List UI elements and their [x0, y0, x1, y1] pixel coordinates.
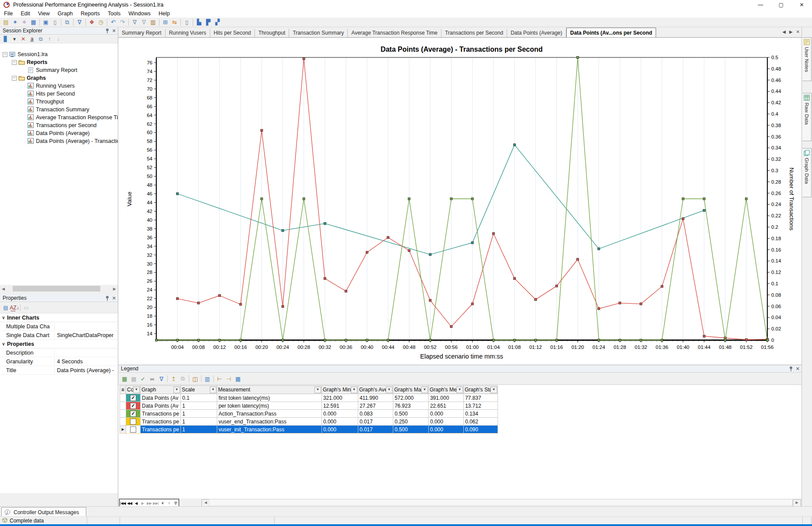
tree-item-hits-per-second[interactable]: Hits per Second [0, 90, 118, 98]
max-cell[interactable]: 0.500 [393, 426, 428, 434]
legend-column-scale[interactable]: Scale▼ [180, 386, 217, 394]
property-value[interactable]: SingleChartDataProper [55, 332, 113, 338]
min-cell[interactable]: 12.591 [321, 402, 358, 410]
page-preview-icon[interactable]: ▯ [50, 18, 60, 26]
tab-throughput[interactable]: Throughput [255, 29, 289, 37]
filter-icon[interactable]: ∇ [75, 18, 84, 26]
tab-user-notes[interactable]: User Notes [802, 37, 812, 81]
next-page-icon[interactable]: ▶▶ [146, 500, 152, 506]
copy-graph-icon[interactable]: ⧉ [63, 18, 72, 26]
property-row-multiple-data-cha[interactable]: Multiple Data Cha [0, 322, 118, 331]
pin-icon[interactable] [789, 366, 793, 371]
scroll-right-icon[interactable]: ▶ [111, 285, 118, 292]
tab-transaction-summary[interactable]: Transaction Summary [289, 29, 348, 37]
color-swatch-cell[interactable]: ✓ [126, 402, 141, 410]
std-cell[interactable]: 13.712 [463, 402, 498, 410]
tab-data-points-av-ons-per-second[interactable]: Data Points (Av...ons per Second [566, 28, 656, 37]
legend-column-graph-s-ave[interactable]: Graph's Ave▼ [358, 386, 393, 394]
last-record-icon[interactable]: ▶▶| [152, 500, 159, 506]
tab-running-vusers[interactable]: Running Vusers [166, 29, 210, 37]
row-selector-cell[interactable] [120, 394, 126, 402]
scale-cell[interactable]: 1 [180, 410, 217, 418]
cross-with-result-icon[interactable]: ⇆ [170, 18, 179, 26]
tab-hits-per-second[interactable]: Hits per Second [210, 29, 255, 37]
controller-output-messages-tab[interactable]: ! Controller Output Messages [1, 507, 86, 517]
row-selector-cell[interactable] [120, 410, 126, 418]
show-measurement-checkbox[interactable] [130, 426, 136, 433]
tree-item-average-transaction-response-ti[interactable]: Average Transaction Response Ti [0, 114, 118, 121]
menu-item-windows[interactable]: Windows [124, 10, 155, 17]
scroll-left-icon[interactable]: ◀ [0, 285, 7, 292]
session-wizard-icon[interactable]: ✧ [20, 18, 29, 26]
tree-item-session1-lra[interactable]: −Session1.lra [0, 50, 118, 58]
max-cell[interactable]: 0.250 [393, 418, 428, 426]
menu-item-view[interactable]: View [34, 10, 54, 17]
minimize-button[interactable]: — [750, 0, 771, 10]
duplicate-item-icon[interactable]: ⧉ [36, 35, 45, 43]
chevron-down-icon[interactable]: ∨ [0, 315, 7, 320]
first-record-icon[interactable]: |◀◀ [120, 500, 126, 506]
legend-column-graph-s-mec[interactable]: Graph's Mec▼ [428, 386, 463, 394]
filter-legend-icon[interactable]: ∇ [157, 375, 166, 383]
property-pages-icon[interactable]: ▭ [22, 304, 31, 311]
min-cell[interactable]: 0.000 [321, 410, 358, 418]
med-cell[interactable]: 0.000 [428, 418, 463, 426]
break-measurement-icon[interactable]: ▩ [129, 375, 138, 383]
tree-item-data-points-average-[interactable]: Data Points (Average) [0, 129, 118, 137]
graph-cell[interactable]: Transactions pe [141, 410, 181, 418]
tab-scroll-left-icon[interactable]: ◀ [782, 29, 786, 34]
graph-cell[interactable]: Transactions pe [141, 418, 181, 426]
menu-item-reports[interactable]: Reports [77, 10, 104, 17]
graph-cell[interactable]: Transactions pe [141, 426, 181, 434]
show-measurement-checkbox[interactable]: ✓ [130, 395, 136, 401]
format-chart-icon[interactable]: ❖ [87, 18, 96, 26]
legend-row[interactable]: ✓Data Points (Av1per token latency(ms)12… [120, 402, 498, 410]
delete-item-icon[interactable]: ✕ [19, 35, 28, 43]
page-setup-icon[interactable]: ▯ [182, 18, 191, 26]
avg-cell[interactable]: 0.017 [358, 418, 393, 426]
legend-column-col[interactable]: Col▼ [126, 386, 141, 394]
show-measurement-checkbox[interactable]: ✓ [130, 411, 136, 417]
tree-horizontal-scrollbar[interactable]: ◀ ▶ [0, 285, 118, 292]
legend-row[interactable]: Transactions pe1vuser_end_Transaction:Pa… [120, 418, 498, 426]
import-data-icon[interactable]: ⊞ [161, 18, 170, 26]
row-selector-cell[interactable] [120, 402, 126, 410]
color-swatch-cell[interactable]: ✓ [126, 394, 141, 402]
export-legend-icon[interactable]: ↥ [169, 375, 178, 383]
color-swatch-cell[interactable]: ✓ [126, 410, 141, 418]
prev-page-icon[interactable]: ◀◀ [126, 500, 133, 506]
std-cell[interactable]: 0.062 [463, 418, 498, 426]
pin-icon[interactable] [105, 28, 109, 33]
scale-cell[interactable]: 1 [180, 426, 217, 434]
show-measurement-icon[interactable]: ✓ [138, 375, 148, 383]
column-filter-dropdown-icon[interactable]: ▼ [210, 387, 216, 393]
auto-correlate-icon[interactable]: ▞ [213, 18, 222, 26]
maximize-button[interactable]: ▢ [771, 0, 791, 10]
avg-cell[interactable]: 27.267 [358, 402, 393, 410]
configure-scale-icon[interactable]: ⊢ [215, 375, 224, 383]
graph-cell[interactable]: Data Points (Av [141, 394, 181, 402]
prev-record-icon[interactable]: ◀ [133, 500, 139, 506]
chevron-down-icon[interactable]: ∨ [0, 341, 7, 346]
min-cell[interactable]: 0.000 [321, 426, 358, 434]
new-graph-icon[interactable]: ▙ [194, 18, 204, 26]
open-session-icon[interactable]: ▤ [1, 18, 11, 26]
legend-column-graph[interactable]: Graph▼ [141, 386, 181, 394]
tab-raw-data[interactable]: Raw Data [802, 93, 812, 141]
show-measurement-checkbox[interactable] [130, 419, 136, 425]
property-row-title[interactable]: TitleData Points (Average) - [0, 366, 118, 375]
expand-collapse-icon[interactable]: − [3, 52, 7, 57]
color-swatch-cell[interactable] [126, 418, 141, 426]
med-cell[interactable]: 0.000 [428, 410, 463, 418]
menu-item-graph[interactable]: Graph [54, 10, 77, 17]
show-all-measurements-icon[interactable]: ∞ [148, 375, 157, 383]
property-value[interactable]: 4 Seconds [55, 359, 83, 365]
chart-settings-icon[interactable]: ◫ [191, 375, 200, 383]
tab-graph-data[interactable]: Graph Data [802, 148, 812, 197]
column-filter-dropdown-icon[interactable]: ▼ [456, 387, 463, 393]
measurement-cell[interactable]: first token latency(ms) [217, 394, 321, 402]
tree-item-graphs[interactable]: −Graphs [0, 74, 118, 82]
row-selector-cell[interactable]: ▶ [120, 426, 126, 434]
tab-scroll-right-icon[interactable]: ▶ [789, 29, 793, 34]
max-cell[interactable]: 0.500 [393, 410, 428, 418]
